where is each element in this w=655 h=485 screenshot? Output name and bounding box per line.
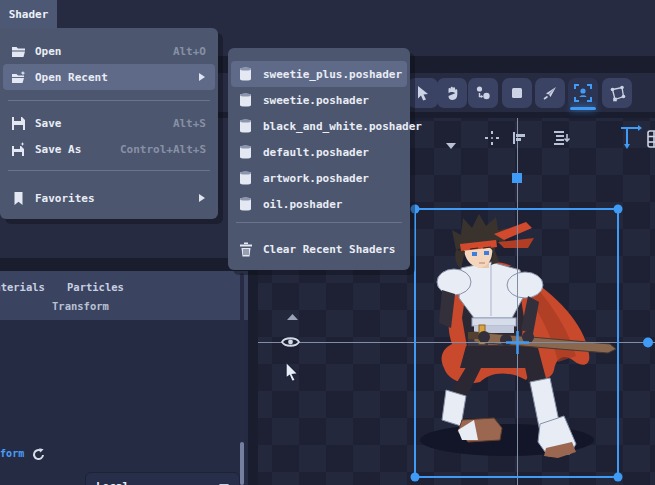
- menu-item-shortcut: Alt+O: [173, 45, 206, 58]
- rectangle-icon: [509, 85, 525, 101]
- menu-item-open[interactable]: Open Alt+O: [3, 38, 215, 64]
- menu-item-label: Open: [35, 45, 62, 58]
- recent-shader-label: artwork.poshader: [263, 172, 369, 185]
- tool-launch-button[interactable]: [535, 78, 565, 108]
- align-left-icon[interactable]: [511, 130, 527, 150]
- shader-file-icon: [239, 145, 254, 160]
- inspector-tab-bar: Materials Particles Transform: [0, 271, 248, 320]
- transform-properties: Transform Local X 0 px Y 0 px X 18.51 %: [0, 320, 248, 485]
- shader-file-icon: [239, 93, 254, 108]
- submenu-arrow-icon: [199, 194, 205, 202]
- reset-transform-icon[interactable]: [31, 447, 46, 466]
- shader-file-icon: [239, 197, 254, 212]
- save-icon: [11, 116, 26, 131]
- indent-list-icon[interactable]: [553, 130, 571, 151]
- panel-separator-strip: [0, 258, 248, 271]
- tool-rectangle-button[interactable]: [502, 78, 532, 108]
- menu-item-label: Save As: [35, 143, 81, 156]
- recent-shader-label: default.poshader: [263, 146, 369, 159]
- pivot-crosshair-icon[interactable]: [484, 130, 500, 150]
- tab-particles[interactable]: Particles: [67, 281, 124, 293]
- recent-shader-item[interactable]: black_and_white.poshader: [231, 113, 407, 139]
- recent-shader-item[interactable]: sweetie.poshader: [231, 87, 407, 113]
- transform-group-label: Transform: [0, 448, 27, 459]
- submenu-arrow-icon: [199, 73, 205, 81]
- launch-icon: [542, 85, 558, 101]
- chevron-down-icon[interactable]: [445, 135, 457, 154]
- tool-frame-select-button[interactable]: [568, 78, 598, 108]
- menu-item-open-recent[interactable]: Open Recent: [3, 64, 215, 90]
- move-nodes-icon: [475, 85, 491, 101]
- menu-item-favorites[interactable]: Favorites: [3, 185, 215, 211]
- menu-item-shortcut: Alt+S: [173, 117, 206, 130]
- recent-shader-label: sweetie.poshader: [263, 94, 369, 107]
- selection-handle-bottom-right[interactable]: [614, 473, 623, 482]
- table-icon[interactable]: [647, 130, 655, 152]
- recent-shader-label: sweetie_plus.poshader: [263, 68, 402, 81]
- shader-file-icon: [239, 67, 254, 82]
- selection-handle-bottom-left[interactable]: [411, 473, 420, 482]
- menu-item-label: Open Recent: [35, 71, 108, 84]
- menu-item-label: Save: [35, 117, 62, 130]
- selection-handle-top-left[interactable]: [411, 205, 420, 214]
- menu-item-save[interactable]: Save Alt+S: [3, 110, 215, 136]
- menu-item-label: Favorites: [35, 192, 95, 205]
- recent-shader-item[interactable]: default.poshader: [231, 139, 407, 165]
- inspector-scrollbar-thumb[interactable]: [240, 442, 244, 485]
- folder-open-icon: [11, 44, 26, 59]
- hand-icon: [444, 85, 460, 101]
- section-title-clip: Transform: [52, 302, 172, 314]
- tool-select-button[interactable]: [408, 78, 438, 108]
- section-title: Transform: [52, 302, 172, 312]
- polygon-edit-icon: [609, 85, 626, 102]
- eye-icon[interactable]: [281, 334, 300, 353]
- active-tool-indicator: [570, 107, 596, 110]
- shader-file-icon: [239, 119, 254, 134]
- recent-shader-item[interactable]: oil.poshader: [231, 191, 407, 217]
- axis-arrows-icon[interactable]: [620, 124, 642, 154]
- transform-space-select[interactable]: Local: [85, 472, 240, 485]
- recent-shader-label: black_and_white.poshader: [263, 120, 422, 133]
- recent-shader-item[interactable]: sweetie_plus.poshader: [231, 61, 407, 87]
- mouse-cursor-icon: [285, 361, 300, 386]
- recent-shaders-submenu: sweetie_plus.poshader sweetie.poshader b…: [228, 48, 410, 270]
- folder-recent-icon: [11, 70, 26, 85]
- menu-separator: [8, 100, 210, 101]
- guide-circle-handle[interactable]: [643, 338, 653, 348]
- transform-group-label-clip: Transform: [0, 448, 27, 463]
- guide-square-handle[interactable]: [512, 173, 522, 183]
- tab-materials[interactable]: Materials: [0, 281, 45, 293]
- trash-icon: [239, 242, 254, 257]
- clear-recent-shaders-item[interactable]: Clear Recent Shaders: [231, 236, 407, 262]
- shader-file-icon: [239, 171, 254, 186]
- cursor-icon: [415, 85, 431, 101]
- menu-item-shortcut: Control+Alt+S: [120, 143, 206, 156]
- tool-polygon-edit-button[interactable]: [602, 78, 632, 108]
- menu-separator: [8, 170, 210, 171]
- tool-move-nodes-button[interactable]: [468, 78, 498, 108]
- transform-space-value: Local: [96, 480, 129, 485]
- bookmark-icon: [11, 191, 26, 206]
- pivot-cross-handle[interactable]: [506, 331, 529, 354]
- frame-select-icon: [574, 84, 592, 102]
- tool-pan-button[interactable]: [437, 78, 467, 108]
- triangle-up-icon[interactable]: [286, 306, 299, 325]
- menu-item-save-as[interactable]: Save As Control+Alt+S: [3, 136, 215, 162]
- submenu-separator: [236, 222, 402, 223]
- shader-menu-panel: Open Alt+O Open Recent Save Alt+S Save A…: [0, 28, 218, 219]
- recent-shader-item[interactable]: artwork.poshader: [231, 165, 407, 191]
- clear-recent-label: Clear Recent Shaders: [263, 243, 395, 256]
- save-as-icon: [11, 142, 26, 157]
- selection-handle-top-right[interactable]: [614, 205, 623, 214]
- recent-shader-label: oil.poshader: [263, 198, 342, 211]
- shader-menu-label: Shader: [9, 8, 49, 21]
- shader-menu-button[interactable]: Shader: [0, 0, 57, 28]
